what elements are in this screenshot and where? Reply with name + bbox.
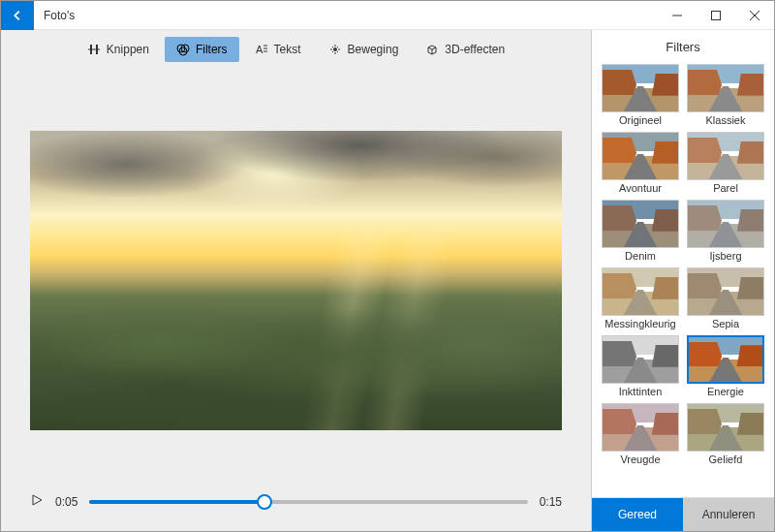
panel-footer: Gereed Annuleren (592, 497, 774, 531)
play-button[interactable] (30, 493, 44, 511)
filter-origineel[interactable]: Origineel (602, 64, 679, 126)
minimize-icon (672, 11, 682, 20)
cancel-button[interactable]: Annuleren (683, 498, 774, 531)
tool-motion[interactable]: Beweging (317, 37, 411, 62)
filter-ijsberg[interactable]: Ijsberg (687, 200, 764, 262)
filter-thumbnail (687, 335, 764, 384)
filter-label: Klassiek (706, 112, 746, 126)
filter-label: Inkttinten (619, 384, 663, 397)
back-button[interactable] (1, 1, 34, 30)
filter-label: Avontuur (619, 180, 662, 194)
tool-text-label: Tekst (274, 43, 301, 56)
svg-point-14 (333, 47, 337, 51)
editor-area: Knippen Filters A Tekst Beweging 3D-effe… (1, 30, 591, 531)
titlebar: Foto's (1, 1, 774, 30)
filters-panel: Filters Origineel Klassiek Avontuur (591, 30, 774, 531)
tool-3d-label: 3D-effecten (445, 43, 505, 56)
filter-label: Vreugde (620, 452, 660, 465)
filter-label: Ijsberg (709, 248, 741, 262)
filter-vreugde[interactable]: Vreugde (602, 403, 679, 465)
filter-thumbnail (602, 200, 679, 248)
filter-thumbnail (602, 132, 679, 180)
filter-label: Denim (625, 248, 656, 262)
close-button[interactable] (735, 1, 774, 30)
filter-klassiek[interactable]: Klassiek (687, 64, 764, 126)
done-button[interactable]: Gereed (592, 498, 683, 531)
filter-label: Messingkleurig (604, 316, 675, 329)
filter-thumbnail (687, 132, 764, 180)
filter-thumbnail (687, 64, 764, 112)
filter-sepia[interactable]: Sepia (687, 267, 764, 329)
filter-thumbnail (687, 267, 764, 316)
maximize-icon (711, 11, 721, 20)
tool-text[interactable]: A Tekst (243, 37, 313, 62)
close-icon (750, 11, 760, 20)
filter-label: Sepia (712, 316, 739, 329)
timeline-slider[interactable] (89, 500, 527, 504)
filter-thumbnail (602, 64, 679, 112)
panel-title: Filters (592, 30, 774, 64)
arrow-left-icon (11, 9, 24, 22)
filter-energie[interactable]: Energie (687, 335, 764, 397)
motion-icon (328, 43, 342, 56)
tool-filters[interactable]: Filters (165, 37, 239, 62)
filter-label: Parel (713, 180, 738, 194)
filter-thumbnail (687, 200, 764, 248)
filters-icon (176, 43, 190, 56)
play-icon (30, 493, 44, 507)
filter-denim[interactable]: Denim (602, 200, 679, 262)
tool-trim[interactable]: Knippen (76, 37, 161, 62)
filter-list: Origineel Klassiek Avontuur Parel (592, 64, 774, 497)
tool-trim-label: Knippen (107, 43, 149, 56)
tool-motion-label: Beweging (348, 43, 399, 56)
maximize-button[interactable] (697, 1, 735, 30)
filter-messingkleurig[interactable]: Messingkleurig (602, 267, 679, 329)
svg-rect-1 (712, 11, 721, 19)
current-time: 0:05 (55, 495, 78, 509)
filter-parel[interactable]: Parel (687, 132, 764, 194)
filter-inkttinten[interactable]: Inkttinten (602, 335, 679, 397)
window-controls (658, 1, 774, 30)
filter-label: Geliefd (709, 452, 743, 465)
toolbar: Knippen Filters A Tekst Beweging 3D-effe… (1, 30, 591, 69)
video-preview[interactable] (30, 131, 562, 430)
svg-text:A: A (256, 44, 264, 55)
filter-label: Origineel (619, 112, 662, 126)
filter-thumbnail (602, 403, 679, 452)
filter-thumbnail (687, 403, 764, 452)
filter-thumbnail (602, 335, 679, 384)
filter-label: Energie (707, 384, 744, 397)
cube-icon (425, 43, 439, 56)
filter-geliefd[interactable]: Geliefd (687, 403, 764, 465)
minimize-button[interactable] (658, 1, 697, 30)
filter-avontuur[interactable]: Avontuur (602, 132, 679, 194)
playback-controls: 0:05 0:15 (1, 473, 591, 531)
window-title: Foto's (34, 9, 658, 22)
slider-thumb[interactable] (257, 494, 272, 510)
text-icon: A (255, 43, 268, 56)
tool-filters-label: Filters (196, 43, 228, 56)
filter-thumbnail (602, 267, 679, 316)
trim-icon (87, 43, 101, 56)
tool-3d-effects[interactable]: 3D-effecten (414, 37, 516, 62)
duration: 0:15 (540, 495, 562, 509)
